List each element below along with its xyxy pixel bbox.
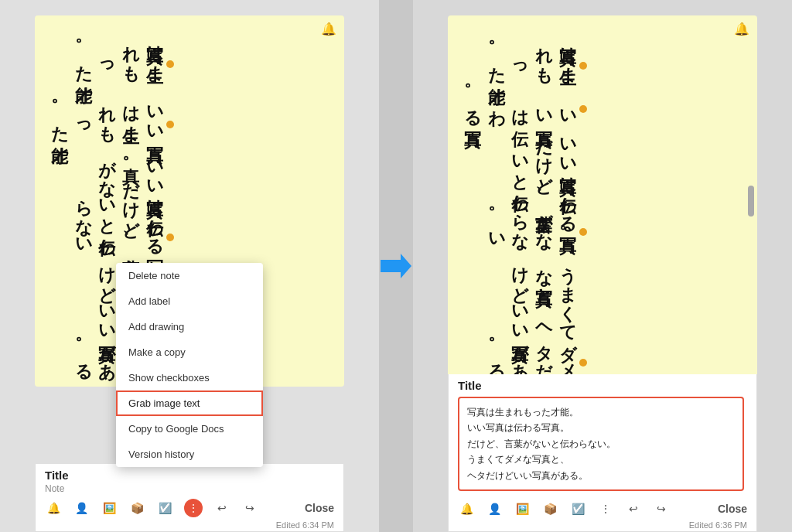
right-panel: 🔔 うまくてダメな写真と、ヘタだけどいい写真がある。 いい写真は伝わる写真。だけ… [413,0,792,532]
right-title: Title [458,379,747,392]
jp-col-2: いい写真は伝わる写真。だけど、言葉がないと伝わらない [47,139,174,246]
person-icon[interactable]: 👤 [73,500,90,517]
main-container: 🔔 うまくてダメな写真と、ヘタだけどいい写真がある。 いい写真は伝わる写真。だけ… [0,0,792,532]
left-title: Title [45,469,334,482]
right-jp-col-3: いい写真は伝わる写真。 [460,80,587,118]
right-bell-icon[interactable]: 🔔 [458,500,475,517]
right-pin-icon: 🔔 [734,22,749,36]
left-toolbar: 🔔 👤 🖼️ 📦 ☑️ ⋮ ↩ ↪ Close [45,494,334,519]
context-menu: Delete note Add label Add drawing Make a… [116,263,263,467]
right-close-button[interactable]: Close [718,503,747,515]
left-panel: 🔔 うまくてダメな写真と、ヘタだけどいい写真がある。 いい写真は伝わる写真。だけ… [0,0,379,532]
right-jp-col-4: 写真は生まれもった才能。 [460,31,587,74]
checkbox-icon[interactable]: ☑️ [156,500,173,517]
left-edited: Edited 6:34 PM [45,520,334,530]
jp-dot-4 [166,60,174,68]
right-jp-col-1: うまくてダメな写真と、ヘタだけどいい写真がある。 [460,247,587,371]
menu-grab-image-text[interactable]: Grab image text [116,390,263,416]
right-checkbox-icon[interactable]: ☑️ [569,500,586,517]
menu-make-copy[interactable]: Make a copy [116,339,263,365]
menu-version-history[interactable]: Version history [116,442,263,467]
redo-icon[interactable]: ↪ [241,500,258,517]
undo-icon[interactable]: ↩ [213,500,230,517]
right-edited: Edited 6:36 PM [458,520,747,530]
right-jp-dot-4 [579,62,587,70]
extracted-text-box: 写真は生まれもった才能。いい写真は伝わる写真。だけど、言葉がないと伝わらない。う… [458,397,744,491]
right-jp-col-2: いい写真は伝わる写真。だけど、言葉がないと伝わらない。 [460,124,587,240]
japanese-text-right: うまくてダメな写真と、ヘタだけどいい写真がある。 いい写真は伝わる写真。だけど、… [448,15,599,387]
extracted-text: 写真は生まれもった才能。いい写真は伝わる写真。だけど、言葉がないと伝わらない。う… [467,407,616,481]
jp-dot-2 [166,234,174,241]
right-toolbar: 🔔 👤 🖼️ 📦 ☑️ ⋮ ↩ ↪ Close [458,496,747,519]
right-person-icon[interactable]: 👤 [486,500,503,517]
right-note-card: 🔔 うまくてダメな写真と、ヘタだけどいい写真がある。 いい写真は伝わる写真。だけ… [448,15,757,387]
arrow-container [377,247,415,285]
right-archive-icon[interactable]: 📦 [541,500,558,517]
right-jp-dot-2 [579,228,587,236]
right-redo-icon[interactable]: ↪ [653,500,670,517]
scroll-indicator [748,186,754,217]
right-undo-icon[interactable]: ↩ [625,500,642,517]
jp-col-3: いい写真は生まれもった才能。 [47,79,174,133]
right-more-icon[interactable]: ⋮ [597,500,614,517]
right-jp-dot-1 [579,359,587,367]
menu-copy-google-docs[interactable]: Copy to Google Docs [116,416,263,442]
menu-show-checkboxes[interactable]: Show checkboxes [116,365,263,390]
right-jp-dot-3 [579,105,587,113]
archive-icon[interactable]: 📦 [128,500,145,517]
image-icon[interactable]: 🖼️ [101,500,118,517]
pin-icon: 🔔 [321,22,336,36]
menu-delete-note[interactable]: Delete note [116,263,263,288]
jp-col-4: 写真は生まれもった才能。 [47,31,174,73]
jp-dot-3 [166,121,174,128]
more-options-icon[interactable]: ⋮ [184,499,203,517]
arrow-icon [381,254,411,278]
right-image-icon[interactable]: 🖼️ [514,500,531,517]
menu-add-drawing[interactable]: Add drawing [116,314,263,339]
menu-add-label[interactable]: Add label [116,288,263,314]
left-close-button[interactable]: Close [305,502,334,514]
bell-icon[interactable]: 🔔 [45,500,62,517]
left-note-label: Note [45,483,334,494]
